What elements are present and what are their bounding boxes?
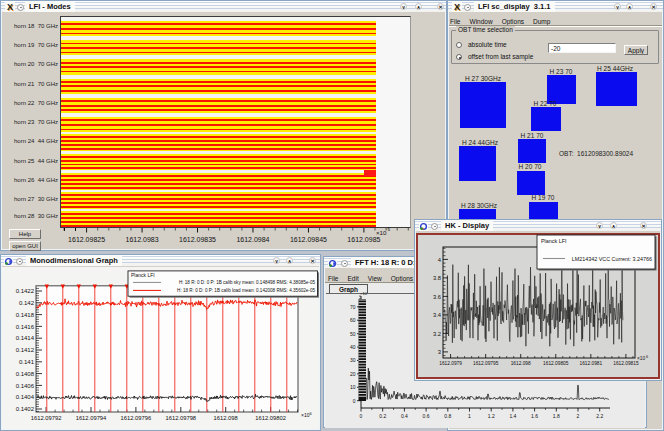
svg-text:0.1418: 0.1418: [16, 312, 35, 318]
svg-text:1612.0985: 1612.0985: [347, 236, 380, 243]
svg-text:1612.0983: 1612.0983: [126, 236, 159, 243]
svg-text:1612.098: 1612.098: [214, 415, 238, 421]
svg-text:1612.09825: 1612.09825: [68, 236, 105, 243]
svg-text:0.1402: 0.1402: [16, 406, 35, 412]
svg-text:6: 6: [310, 411, 313, 416]
svg-text:0.141: 0.141: [19, 359, 35, 365]
svg-text:20: 20: [350, 371, 356, 377]
svg-text:0.1404: 0.1404: [16, 394, 35, 400]
svg-text:Planck LFI: Planck LFI: [131, 272, 155, 278]
svg-text:0: 0: [353, 398, 356, 404]
svg-text:60: 60: [350, 317, 356, 323]
svg-text:3.8: 3.8: [433, 275, 441, 281]
svg-text:3: 3: [438, 349, 441, 355]
svg-text:0.8: 0.8: [444, 413, 451, 419]
svg-text:3.6: 3.6: [433, 294, 441, 300]
svg-text:2: 2: [577, 413, 580, 419]
svg-text:0.6: 0.6: [423, 413, 430, 419]
svg-text:1.2: 1.2: [488, 413, 495, 419]
svg-text:1612.09794: 1612.09794: [76, 415, 107, 421]
svg-text:LM214342 VCC Current: 3.24766: LM214342 VCC Current: 3.24766: [572, 256, 652, 262]
svg-text:1612.09805: 1612.09805: [543, 361, 569, 366]
svg-text:3.2: 3.2: [433, 331, 441, 337]
svg-text:0.1414: 0.1414: [16, 335, 35, 341]
svg-text:30: 30: [350, 357, 356, 363]
svg-text:50: 50: [350, 331, 356, 337]
svg-text:1612.09845: 1612.09845: [290, 236, 327, 243]
svg-text:1.4: 1.4: [509, 413, 516, 419]
svg-text:1612.09802: 1612.09802: [255, 415, 286, 421]
svg-text:1612.0979: 1612.0979: [439, 361, 462, 366]
svg-text:0.1406: 0.1406: [16, 383, 35, 389]
svg-text:Planck LFI: Planck LFI: [541, 238, 566, 244]
svg-text:10: 10: [350, 384, 356, 390]
svg-text:1612.09796: 1612.09796: [121, 415, 152, 421]
svg-text:2.2: 2.2: [596, 413, 603, 419]
svg-text:×10: ×10: [376, 229, 387, 236]
svg-text:1612.09815: 1612.09815: [613, 361, 639, 366]
svg-text:3.4: 3.4: [433, 312, 442, 318]
svg-text:1: 1: [468, 413, 471, 419]
svg-text:0.4: 0.4: [401, 413, 408, 419]
svg-text:×10: ×10: [637, 356, 645, 361]
svg-text:6: 6: [646, 355, 648, 359]
svg-text:1612.09835: 1612.09835: [179, 236, 216, 243]
svg-text:0.2: 0.2: [379, 413, 386, 419]
svg-text:1612.098: 1612.098: [511, 361, 531, 366]
svg-text:0: 0: [360, 413, 363, 419]
svg-text:1612.09795: 1612.09795: [473, 361, 499, 366]
svg-text:H: 18 R: 0 D: 0 P: 1B calib sk: H: 18 R: 0 D: 0 P: 1B calib sky mean: 0.…: [179, 280, 316, 285]
svg-text:1612.0984: 1612.0984: [236, 236, 269, 243]
svg-text:0.142: 0.142: [19, 300, 35, 306]
svg-text:6: 6: [388, 227, 391, 232]
svg-text:4: 4: [438, 257, 442, 263]
svg-text:0.1416: 0.1416: [16, 324, 35, 330]
svg-text:H: 18 R: 0 D: 0 P: 1B calib lo: H: 18 R: 0 D: 0 P: 1B calib load mean: 0…: [177, 288, 315, 293]
svg-text:1.6: 1.6: [531, 413, 538, 419]
svg-text:×10: ×10: [301, 412, 310, 418]
svg-text:70: 70: [350, 304, 356, 310]
svg-text:0.1422: 0.1422: [16, 288, 35, 294]
svg-text:×10: ×10: [360, 291, 368, 296]
svg-text:1.8: 1.8: [553, 413, 560, 419]
svg-text:0.1408: 0.1408: [16, 371, 35, 377]
svg-text:1612.0981: 1612.0981: [579, 361, 602, 366]
svg-text:40: 40: [350, 344, 356, 350]
svg-text:0.1412: 0.1412: [16, 347, 35, 353]
svg-text:1612.09798: 1612.09798: [165, 415, 196, 421]
svg-text:1612.09792: 1612.09792: [31, 415, 62, 421]
